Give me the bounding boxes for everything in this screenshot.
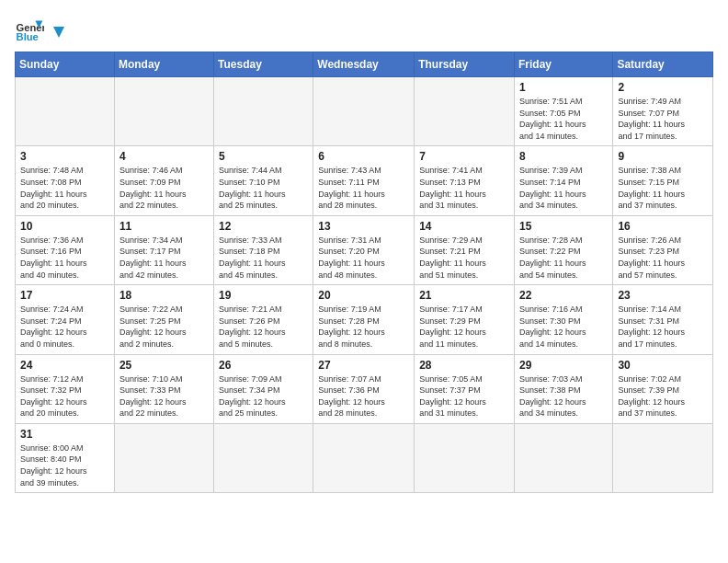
day-info: Sunrise: 7:44 AM Sunset: 7:10 PM Dayligh… [219,165,308,211]
day-number: 19 [219,289,308,302]
day-info: Sunrise: 7:22 AM Sunset: 7:25 PM Dayligh… [119,304,209,350]
day-info: Sunrise: 7:12 AM Sunset: 7:32 PM Dayligh… [20,373,109,419]
calendar-cell: 14Sunrise: 7:29 AM Sunset: 7:21 PM Dayli… [415,215,515,284]
day-info: Sunrise: 7:43 AM Sunset: 7:11 PM Dayligh… [318,165,409,211]
calendar-week-row: 31Sunrise: 8:00 AM Sunset: 8:40 PM Dayli… [16,423,713,492]
day-info: Sunrise: 7:26 AM Sunset: 7:23 PM Dayligh… [618,235,708,281]
calendar-cell: 18Sunrise: 7:22 AM Sunset: 7:25 PM Dayli… [114,285,213,354]
calendar-cell: 3Sunrise: 7:48 AM Sunset: 7:08 PM Daylig… [16,146,115,215]
calendar-cell: 30Sunrise: 7:02 AM Sunset: 7:39 PM Dayli… [613,354,713,423]
day-number: 3 [20,150,109,163]
calendar-cell [16,77,115,146]
calendar-cell [214,423,313,492]
day-info: Sunrise: 7:41 AM Sunset: 7:13 PM Dayligh… [419,165,509,211]
day-info: Sunrise: 7:34 AM Sunset: 7:17 PM Dayligh… [119,235,209,281]
day-number: 9 [618,150,708,163]
day-number: 6 [318,150,409,163]
day-info: Sunrise: 7:36 AM Sunset: 7:16 PM Dayligh… [20,235,109,281]
col-header-wednesday: Wednesday [313,52,415,77]
day-number: 15 [519,220,608,233]
calendar-cell [415,77,515,146]
day-info: Sunrise: 7:10 AM Sunset: 7:33 PM Dayligh… [119,373,209,419]
calendar-cell: 15Sunrise: 7:28 AM Sunset: 7:22 PM Dayli… [514,215,612,284]
day-number: 24 [20,359,109,372]
day-info: Sunrise: 7:38 AM Sunset: 7:15 PM Dayligh… [618,165,708,211]
day-number: 23 [618,289,708,302]
day-number: 25 [119,359,209,372]
day-number: 8 [519,150,608,163]
day-number: 26 [219,359,308,372]
day-number: 20 [318,289,409,302]
day-number: 4 [119,150,209,163]
day-info: Sunrise: 7:28 AM Sunset: 7:22 PM Dayligh… [519,235,608,281]
day-info: Sunrise: 7:33 AM Sunset: 7:18 PM Dayligh… [219,235,308,281]
day-number: 12 [219,220,308,233]
calendar-cell [613,423,713,492]
calendar-cell: 8Sunrise: 7:39 AM Sunset: 7:14 PM Daylig… [514,146,612,215]
day-info: Sunrise: 7:39 AM Sunset: 7:14 PM Dayligh… [519,165,608,211]
calendar-cell: 1Sunrise: 7:51 AM Sunset: 7:05 PM Daylig… [514,77,612,146]
calendar-cell: 10Sunrise: 7:36 AM Sunset: 7:16 PM Dayli… [16,215,115,284]
col-header-sunday: Sunday [16,52,115,77]
calendar-cell [514,423,612,492]
calendar-cell [114,77,213,146]
day-number: 11 [119,220,209,233]
calendar-cell [313,423,415,492]
day-number: 28 [419,359,509,372]
calendar-week-row: 3Sunrise: 7:48 AM Sunset: 7:08 PM Daylig… [16,146,713,215]
day-info: Sunrise: 7:05 AM Sunset: 7:37 PM Dayligh… [419,373,509,419]
day-number: 31 [20,428,109,441]
calendar-cell: 20Sunrise: 7:19 AM Sunset: 7:28 PM Dayli… [313,285,415,354]
col-header-tuesday: Tuesday [214,52,313,77]
calendar-cell [415,423,515,492]
day-number: 2 [618,81,708,94]
calendar-cell: 26Sunrise: 7:09 AM Sunset: 7:34 PM Dayli… [214,354,313,423]
logo: General Blue [15,15,66,44]
col-header-friday: Friday [514,52,612,77]
day-info: Sunrise: 7:17 AM Sunset: 7:29 PM Dayligh… [419,304,509,350]
day-info: Sunrise: 7:09 AM Sunset: 7:34 PM Dayligh… [219,373,308,419]
day-info: Sunrise: 7:07 AM Sunset: 7:36 PM Dayligh… [318,373,409,419]
day-number: 18 [119,289,209,302]
day-number: 14 [419,220,509,233]
day-number: 10 [20,220,109,233]
calendar-cell: 13Sunrise: 7:31 AM Sunset: 7:20 PM Dayli… [313,215,415,284]
calendar-week-row: 17Sunrise: 7:24 AM Sunset: 7:24 PM Dayli… [16,285,713,354]
day-number: 1 [519,81,608,94]
calendar-cell: 27Sunrise: 7:07 AM Sunset: 7:36 PM Dayli… [313,354,415,423]
calendar-header-row: SundayMondayTuesdayWednesdayThursdayFrid… [16,52,713,77]
day-info: Sunrise: 7:21 AM Sunset: 7:26 PM Dayligh… [219,304,308,350]
day-number: 27 [318,359,409,372]
day-info: Sunrise: 7:19 AM Sunset: 7:28 PM Dayligh… [318,304,409,350]
calendar-cell: 11Sunrise: 7:34 AM Sunset: 7:17 PM Dayli… [114,215,213,284]
day-number: 17 [20,289,109,302]
calendar-cell: 5Sunrise: 7:44 AM Sunset: 7:10 PM Daylig… [214,146,313,215]
calendar-cell: 12Sunrise: 7:33 AM Sunset: 7:18 PM Dayli… [214,215,313,284]
calendar-cell [214,77,313,146]
day-info: Sunrise: 7:03 AM Sunset: 7:38 PM Dayligh… [519,373,608,419]
day-info: Sunrise: 7:24 AM Sunset: 7:24 PM Dayligh… [20,304,109,350]
logo-triangle-icon [50,23,66,40]
calendar-cell: 31Sunrise: 8:00 AM Sunset: 8:40 PM Dayli… [16,423,115,492]
day-info: Sunrise: 7:16 AM Sunset: 7:30 PM Dayligh… [519,304,608,350]
day-number: 29 [519,359,608,372]
calendar-cell: 19Sunrise: 7:21 AM Sunset: 7:26 PM Dayli… [214,285,313,354]
calendar-week-row: 24Sunrise: 7:12 AM Sunset: 7:32 PM Dayli… [16,354,713,423]
day-info: Sunrise: 7:14 AM Sunset: 7:31 PM Dayligh… [618,304,708,350]
calendar-week-row: 10Sunrise: 7:36 AM Sunset: 7:16 PM Dayli… [16,215,713,284]
calendar-cell: 25Sunrise: 7:10 AM Sunset: 7:33 PM Dayli… [114,354,213,423]
svg-text:Blue: Blue [17,31,39,42]
logo-icon: General Blue [15,15,44,44]
day-number: 21 [419,289,509,302]
calendar-cell: 24Sunrise: 7:12 AM Sunset: 7:32 PM Dayli… [16,354,115,423]
calendar-cell: 7Sunrise: 7:41 AM Sunset: 7:13 PM Daylig… [415,146,515,215]
calendar-cell: 9Sunrise: 7:38 AM Sunset: 7:15 PM Daylig… [613,146,713,215]
calendar-table: SundayMondayTuesdayWednesdayThursdayFrid… [15,52,713,493]
col-header-thursday: Thursday [415,52,515,77]
col-header-monday: Monday [114,52,213,77]
day-number: 22 [519,289,608,302]
calendar-cell: 6Sunrise: 7:43 AM Sunset: 7:11 PM Daylig… [313,146,415,215]
calendar-cell: 28Sunrise: 7:05 AM Sunset: 7:37 PM Dayli… [415,354,515,423]
calendar-cell: 2Sunrise: 7:49 AM Sunset: 7:07 PM Daylig… [613,77,713,146]
svg-marker-3 [53,27,64,38]
